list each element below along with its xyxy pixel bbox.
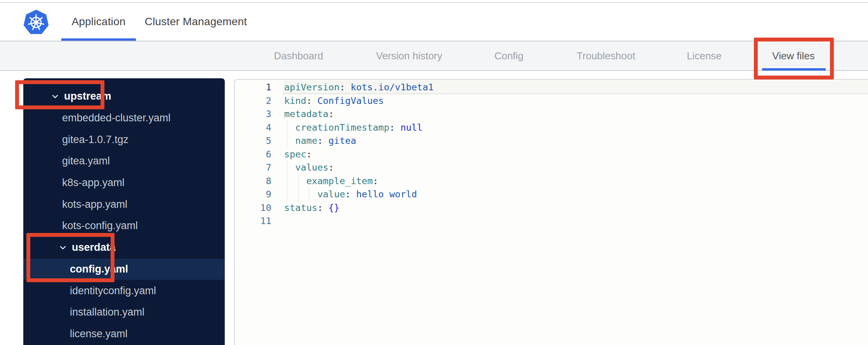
code-text[interactable]: values: <box>284 161 334 174</box>
subnav-tab-license[interactable]: License <box>687 41 722 70</box>
editor-line: 9value: hello world <box>235 188 868 201</box>
file-label: gitea.yaml <box>62 155 110 167</box>
indent-guide <box>295 188 307 201</box>
tab-cluster-management[interactable]: Cluster Management <box>137 3 255 41</box>
subnav-tab-config[interactable]: Config <box>494 41 523 70</box>
code-text[interactable]: creationTimestamp: null <box>284 121 423 135</box>
code-text[interactable]: apiVersion: kots.io/v1beta1 <box>284 81 434 94</box>
line-number: 8 <box>235 174 271 188</box>
chevron-down-icon <box>59 244 67 252</box>
file-item-gitea-1-0-7-tgz[interactable]: gitea-1.0.7.tgz <box>23 129 225 150</box>
indent-guide <box>306 188 318 201</box>
indent-guide <box>284 174 295 188</box>
subnav-tab-troubleshoot[interactable]: Troubleshoot <box>577 41 635 70</box>
file-item-embedded-cluster-yaml[interactable]: embedded-cluster.yaml <box>23 107 225 129</box>
editor-line: 4creationTimestamp: null <box>235 121 868 135</box>
editor-line: 3metadata: <box>235 107 868 121</box>
indent-guide <box>284 134 295 148</box>
code-text[interactable]: example_item: <box>284 174 378 188</box>
line-number: 9 <box>235 188 271 201</box>
editor-line: 2kind: ConfigValues <box>235 94 868 108</box>
tab-application[interactable]: Application <box>61 3 136 41</box>
file-label: identityconfig.yaml <box>70 285 156 297</box>
code-text[interactable]: status: {} <box>284 201 340 215</box>
editor-line: 7values: <box>235 161 868 174</box>
top-nav: Application Cluster Management <box>0 3 868 41</box>
app-subnav: DashboardVersion historyConfigTroublesho… <box>0 41 868 71</box>
editor-line: 5name: gitea <box>235 134 868 148</box>
editor-line: 10status: {} <box>235 201 868 215</box>
subnav-tab-view-files[interactable]: View files <box>772 41 814 70</box>
line-number: 6 <box>235 148 271 161</box>
line-number: 3 <box>235 107 271 121</box>
active-tab-underline <box>61 38 136 41</box>
editor-line: 6spec: <box>235 148 868 161</box>
code-text[interactable]: value: hello world <box>284 188 417 201</box>
file-label: kots-config.yaml <box>62 220 138 232</box>
code-text[interactable]: kind: ConfigValues <box>284 94 384 108</box>
folder-item-upstream[interactable]: upstream <box>23 86 225 107</box>
line-number: 5 <box>235 134 271 148</box>
line-number: 7 <box>235 161 271 174</box>
indent-guide <box>295 174 307 188</box>
indent-guide <box>284 161 295 174</box>
file-item-license-yaml[interactable]: license.yaml <box>23 323 225 345</box>
file-item-installation-yaml[interactable]: installation.yaml <box>23 302 225 323</box>
file-content-editor[interactable]: 1apiVersion: kots.io/v1beta12kind: Confi… <box>234 79 868 345</box>
file-item-gitea-yaml[interactable]: gitea.yaml <box>23 150 225 172</box>
editor-line: 11 <box>235 214 868 228</box>
line-number: 4 <box>235 121 271 135</box>
indent-guide <box>284 188 295 201</box>
file-tree-sidebar: upstreamembedded-cluster.yamlgitea-1.0.7… <box>23 78 225 345</box>
kubernetes-logo-icon <box>23 10 49 35</box>
code-text[interactable]: metadata: <box>284 107 334 121</box>
line-number: 10 <box>235 201 271 215</box>
file-item-k8s-app-yaml[interactable]: k8s-app.yaml <box>23 172 225 194</box>
file-label: embedded-cluster.yaml <box>62 112 170 124</box>
file-label: installation.yaml <box>70 306 144 318</box>
editor-line: 8example_item: <box>235 174 868 188</box>
subnav-tab-dashboard[interactable]: Dashboard <box>274 41 323 70</box>
editor-line: 1apiVersion: kots.io/v1beta1 <box>235 81 868 94</box>
view-files-active-underline <box>762 68 826 71</box>
code-text[interactable]: spec: <box>284 148 312 161</box>
line-number: 1 <box>235 81 271 94</box>
folder-item-userdata[interactable]: userdata <box>23 237 225 259</box>
file-label: gitea-1.0.7.tgz <box>62 134 128 146</box>
file-label: license.yaml <box>70 328 128 340</box>
chevron-down-icon <box>51 93 59 100</box>
file-label: config.yaml <box>70 263 128 275</box>
subnav-tab-version-history[interactable]: Version history <box>376 41 443 70</box>
file-item-identityconfig-yaml[interactable]: identityconfig.yaml <box>23 280 225 302</box>
file-item-config-yaml[interactable]: config.yaml <box>23 259 225 280</box>
indent-guide <box>284 121 295 135</box>
line-number: 11 <box>235 214 271 228</box>
folder-label: upstream <box>64 90 111 102</box>
file-item-kots-app-yaml[interactable]: kots-app.yaml <box>23 193 225 215</box>
file-label: k8s-app.yaml <box>62 177 125 189</box>
folder-label: userdata <box>72 242 116 254</box>
file-item-kots-config-yaml[interactable]: kots-config.yaml <box>23 215 225 237</box>
line-number: 2 <box>235 94 271 108</box>
file-label: kots-app.yaml <box>62 198 127 210</box>
code-text[interactable]: name: gitea <box>284 134 356 148</box>
